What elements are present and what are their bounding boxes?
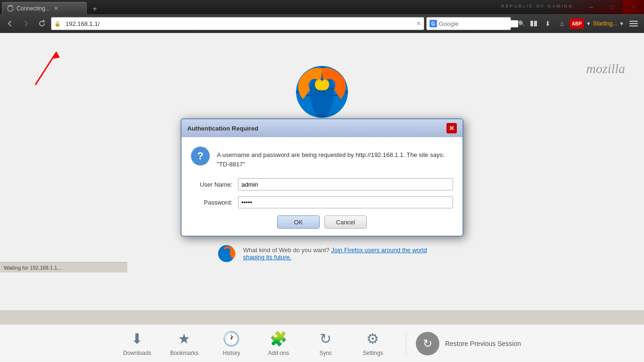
content-area: mozilla What kind of Web do you want? Jo…: [0, 33, 644, 310]
username-row: User Name:: [191, 178, 453, 190]
tab-title: Connecting...: [17, 5, 50, 12]
title-bar: Connecting... ✕ + REPUBLIC OF GAMING ─ □…: [0, 0, 644, 14]
password-row: Password:: [191, 196, 453, 208]
settings-icon: ⚙: [366, 330, 379, 347]
window-controls: ─ □ ✕: [580, 0, 644, 14]
restore-session-section: ↻ Restore Previous Session: [406, 332, 530, 355]
status-text: Waiting for 192.168.1.1...: [4, 265, 62, 271]
auth-dialog-close-button[interactable]: ✕: [446, 123, 457, 133]
red-arrow-annotation: [26, 47, 64, 94]
bookmarks-label: Bookmarks: [170, 350, 198, 356]
download-button[interactable]: ⬇: [541, 17, 554, 30]
bookmark-button[interactable]: ☆: [513, 17, 526, 30]
sync-icon: ↻: [320, 330, 331, 347]
downloads-icon: ⬇: [131, 330, 143, 347]
firefox-small-logo: [217, 244, 236, 263]
auth-message: A username and password are being reques…: [217, 147, 453, 169]
tab-close-button[interactable]: ✕: [54, 5, 58, 12]
bookmarks-item[interactable]: ★ Bookmarks: [161, 327, 208, 360]
auth-dialog-header: Authentication Required ✕: [182, 119, 462, 137]
menu-button[interactable]: [626, 17, 641, 30]
auth-message-row: ? A username and password are being requ…: [191, 147, 453, 169]
adblock-button[interactable]: ABP: [570, 18, 584, 29]
forward-button[interactable]: [19, 17, 33, 30]
tab-area: Connecting... ✕ +: [0, 0, 580, 14]
history-icon: 🕐: [223, 330, 240, 347]
firefox-logo: [291, 61, 353, 123]
restore-session-button[interactable]: Restore Previous Session: [445, 340, 521, 347]
toolbar-right: ☆ ⬇ ⌂ ABP ▼ Starting... ▼: [513, 17, 641, 30]
addons-item[interactable]: 🧩 Add-ons: [255, 327, 302, 360]
tab-loading-spinner: [7, 5, 14, 12]
active-tab[interactable]: Connecting... ✕: [2, 2, 87, 14]
search-bar-container[interactable]: G 🔍: [426, 17, 511, 30]
firefox-info-text: What kind of Web do you want? Join Firef…: [243, 247, 427, 261]
username-label: User Name:: [191, 181, 238, 188]
firefox-join-link[interactable]: Join Firefox users around the world: [331, 247, 427, 254]
sync-label: Sync: [320, 350, 332, 356]
addons-icon: 🧩: [270, 330, 287, 347]
maximize-button[interactable]: □: [602, 0, 623, 14]
firefox-logo-area: [291, 61, 353, 123]
firefox-shaping-link[interactable]: shaping its future.: [243, 254, 292, 261]
password-label: Password:: [191, 199, 238, 206]
home-button[interactable]: ⌂: [555, 17, 569, 30]
bookmarks-icon: ★: [178, 330, 190, 347]
addons-label: Add-ons: [268, 350, 289, 356]
google-icon: G: [429, 20, 437, 27]
url-security-icon: 🔒: [54, 21, 61, 27]
search-input[interactable]: [439, 20, 518, 27]
svg-rect-0: [530, 21, 533, 26]
refresh-button[interactable]: [35, 17, 49, 30]
auth-dialog-buttons: OK Cancel: [191, 215, 453, 229]
new-tab-button[interactable]: +: [89, 4, 101, 14]
info-icon: ?: [191, 147, 210, 165]
url-clear-button[interactable]: ✕: [416, 20, 421, 27]
downloads-item[interactable]: ⬇ Downloads: [114, 327, 161, 360]
cancel-button[interactable]: Cancel: [324, 215, 367, 229]
history-item[interactable]: 🕐 History: [208, 327, 255, 360]
menu-line-1: [629, 21, 638, 22]
history-label: History: [223, 350, 240, 356]
downloads-label: Downloads: [123, 350, 151, 356]
password-input[interactable]: [238, 196, 453, 208]
restore-session-icon: ↻: [416, 332, 439, 355]
ok-button[interactable]: OK: [277, 215, 320, 229]
settings-label: Settings: [363, 350, 383, 356]
settings-item[interactable]: ⚙ Settings: [349, 327, 396, 360]
starting-indicator[interactable]: Starting...: [593, 20, 617, 27]
firefox-info-bar: What kind of Web do you want? Join Firef…: [217, 244, 427, 263]
auth-dialog-title: Authentication Required: [187, 125, 258, 132]
username-input[interactable]: [238, 178, 453, 190]
close-button[interactable]: ✕: [623, 0, 644, 14]
new-tab-bottom-bar: ⬇ Downloads ★ Bookmarks 🕐 History 🧩 Add-…: [0, 324, 644, 362]
toolbar: 🔒 ✕ G 🔍 ☆ ⬇ ⌂ ABP ▼ Starting... ▼: [0, 14, 644, 33]
svg-marker-3: [52, 52, 60, 59]
auth-dialog-body: ? A username and password are being requ…: [182, 137, 462, 236]
auth-dialog: Authentication Required ✕ ? A username a…: [181, 118, 463, 237]
status-bar: Waiting for 192.168.1.1...: [0, 262, 127, 272]
rog-label: REPUBLIC OF GAMING: [501, 4, 573, 8]
minimize-button[interactable]: ─: [580, 0, 602, 14]
sync-item[interactable]: ↻ Sync: [302, 327, 349, 360]
menu-line-2: [629, 23, 638, 24]
mozilla-branding: mozilla: [586, 61, 625, 76]
url-bar-container[interactable]: 🔒 ✕: [51, 17, 424, 30]
menu-line-3: [629, 25, 638, 26]
svg-rect-1: [534, 21, 537, 26]
url-input[interactable]: [63, 17, 416, 30]
reader-view-button[interactable]: [527, 17, 540, 30]
back-button[interactable]: [3, 17, 17, 30]
